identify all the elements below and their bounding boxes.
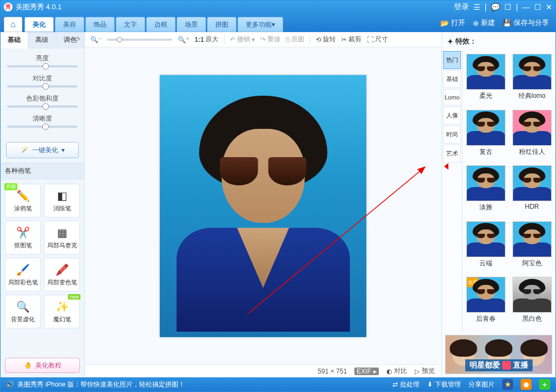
zoom-slider[interactable] bbox=[107, 39, 172, 41]
brush-背景虚化[interactable]: 🔍背景虚化 bbox=[5, 295, 41, 328]
left-tab-color[interactable]: 调色⟳ bbox=[57, 32, 84, 48]
slider-2[interactable] bbox=[7, 105, 78, 108]
tab-more[interactable]: 更多功能 ▾ bbox=[238, 17, 283, 32]
titlebar: 秀 美图秀秀 4.0.1 登录 ☰ | 💬 ☐ | — ☐ ✕ bbox=[1, 1, 555, 14]
add-icon[interactable]: ＋ bbox=[539, 379, 550, 390]
effect-柔光[interactable]: 柔光 bbox=[466, 54, 507, 107]
effect-HDR[interactable]: HDR bbox=[512, 165, 553, 218]
brush-icon: ◧ bbox=[57, 189, 67, 202]
contrast-button[interactable]: ◐对比 bbox=[386, 366, 407, 376]
share-button[interactable]: 分享图片 bbox=[468, 380, 495, 389]
brush-消除笔[interactable]: ◧消除笔 bbox=[44, 184, 80, 217]
brush-魔幻笔[interactable]: new✨魔幻笔 bbox=[44, 295, 80, 328]
close-icon[interactable]: ✕ bbox=[546, 3, 552, 11]
brush-涂鸦笔[interactable]: 升级✏️涂鸦笔 bbox=[5, 184, 41, 217]
login-link[interactable]: 登录 bbox=[454, 2, 469, 12]
canvas-toolbar: 🔍⁻ 🔍⁺ 1:1 原大 ↶撤销▾ ↷重做 ⎙原图 ⟲旋转 ✂裁剪 ⛶尺寸 bbox=[85, 32, 441, 47]
contrast-icon: ◐ bbox=[386, 368, 392, 375]
effect-category-时尚[interactable]: 时尚 bbox=[443, 126, 461, 144]
effect-阿宝色[interactable]: 阿宝色 bbox=[512, 221, 553, 274]
one-key-beautify-button[interactable]: 🪄一键美化▾ bbox=[6, 142, 79, 158]
original-image-button[interactable]: ⎙原图 bbox=[286, 35, 304, 44]
batch-button[interactable]: ⇄批处理 bbox=[392, 380, 420, 389]
effect-category-Lomo[interactable]: Lomo bbox=[443, 89, 461, 105]
effect-粉红佳人[interactable]: 粉红佳人 bbox=[512, 110, 553, 163]
weibo-icon[interactable]: ◉ bbox=[521, 379, 532, 390]
rotate-button[interactable]: ⟲旋转 bbox=[316, 35, 336, 44]
tab-decor[interactable]: 饰品 bbox=[85, 17, 115, 32]
slider-1[interactable] bbox=[7, 85, 78, 88]
effect-category-基础[interactable]: 基础 bbox=[443, 70, 461, 88]
preview-button[interactable]: ▷预览 bbox=[415, 366, 435, 376]
effect-云端[interactable]: 云端 bbox=[466, 221, 507, 274]
tab-collage[interactable]: 拼图 bbox=[207, 17, 236, 32]
effect-category-人像[interactable]: 人像 bbox=[443, 107, 461, 125]
tab-frame[interactable]: 边框 bbox=[146, 17, 176, 32]
effect-label: 阿宝色 bbox=[522, 259, 542, 268]
ad-banner[interactable]: 明星都爱直播 bbox=[445, 335, 552, 374]
maximize-icon[interactable]: ☐ bbox=[534, 3, 541, 11]
center-area: 🔍⁻ 🔍⁺ 1:1 原大 ↶撤销▾ ↷重做 ⎙原图 ⟲旋转 ✂裁剪 ⛶尺寸 bbox=[85, 32, 441, 377]
effect-淡雅[interactable]: 淡雅 bbox=[466, 165, 507, 218]
sep: | bbox=[485, 3, 487, 11]
feedback-icon[interactable]: ☰ bbox=[473, 3, 480, 11]
effect-label: 云端 bbox=[479, 259, 492, 268]
image-icon: ⎙ bbox=[286, 36, 290, 43]
slider-label: 清晰度 bbox=[7, 114, 78, 123]
brush-抠图笔[interactable]: ✂️抠图笔 bbox=[5, 221, 41, 254]
effect-复古[interactable]: 复古 bbox=[466, 110, 507, 163]
brush-icon: ✂️ bbox=[16, 226, 30, 239]
exif-button[interactable]: EXIF▸ bbox=[354, 368, 379, 375]
effect-label: 后青春 bbox=[476, 314, 496, 323]
sound-icon[interactable]: 🔊 bbox=[6, 381, 14, 388]
canvas[interactable] bbox=[85, 47, 441, 364]
save-button[interactable]: 💾保存与分享 bbox=[503, 18, 549, 28]
effect-经典lomo[interactable]: 经典lomo bbox=[512, 54, 553, 107]
effect-label: 淡雅 bbox=[479, 203, 492, 212]
brush-局部马赛克[interactable]: ▦局部马赛克 bbox=[44, 221, 80, 254]
tab-beauty[interactable]: 美容 bbox=[55, 17, 84, 32]
download-manager-button[interactable]: ⬇下载管理 bbox=[427, 380, 461, 389]
slider-0[interactable] bbox=[7, 65, 78, 67]
minimize-icon[interactable]: — bbox=[522, 3, 530, 11]
bottom-bar: 🔊 美图秀秀 iPhone 版：帮你快速美化照片，轻松搞定拼图！ ⇄批处理 ⬇下… bbox=[1, 377, 555, 391]
effect-后青春[interactable]: 会员后青春 bbox=[466, 277, 507, 329]
folder-icon: 📂 bbox=[440, 19, 449, 27]
brush-局部彩色笔[interactable]: 🖌️局部彩色笔 bbox=[5, 258, 41, 291]
effect-黑白色[interactable]: 黑白色 bbox=[512, 277, 553, 329]
zoom-in-icon[interactable]: 🔍⁺ bbox=[178, 36, 189, 43]
comment-icon[interactable]: 💬 bbox=[491, 3, 500, 11]
left-tab-basic[interactable]: 基础 bbox=[1, 32, 28, 48]
rotate-icon: ⟲ bbox=[316, 36, 321, 43]
ratio-button[interactable]: 1:1 原大 bbox=[195, 35, 218, 44]
left-tab-advanced[interactable]: 高级 bbox=[28, 32, 56, 48]
zoom-out-icon[interactable]: 🔍⁻ bbox=[90, 36, 102, 43]
effect-label: HDR bbox=[525, 203, 539, 210]
refresh-icon[interactable]: ⟳ bbox=[75, 35, 80, 43]
brush-icon: ✨ bbox=[55, 300, 69, 313]
qzone-icon[interactable]: ★ bbox=[502, 379, 513, 390]
tab-scene[interactable]: 场景 bbox=[177, 17, 206, 32]
tutorial-button[interactable]: 🤚美化教程 bbox=[5, 358, 80, 373]
effect-category-艺术[interactable]: 艺术 bbox=[443, 145, 461, 163]
crop-button[interactable]: ✂裁剪 bbox=[341, 35, 361, 44]
size-button[interactable]: ⛶尺寸 bbox=[367, 35, 388, 44]
undo-button[interactable]: ↶撤销▾ bbox=[230, 35, 255, 44]
redo-button[interactable]: ↷重做 bbox=[260, 35, 280, 44]
brush-局部变色笔[interactable]: 🖍️局部变色笔 bbox=[44, 258, 80, 291]
open-button[interactable]: 📂打开 bbox=[440, 18, 465, 28]
effect-category-热门[interactable]: 热门 bbox=[443, 51, 461, 69]
tab-text[interactable]: 文字 bbox=[116, 17, 145, 32]
new-button[interactable]: ⊕新建 bbox=[473, 18, 495, 28]
home-button[interactable]: ⌂ bbox=[4, 17, 22, 32]
canvas-statusbar: 591 × 751 EXIF▸ ◐对比 ▷预览 bbox=[85, 364, 441, 377]
right-panel: ✦特效： 热门基础Lomo人像时尚艺术 柔光经典lomo复古粉红佳人淡雅HDR云… bbox=[441, 32, 555, 377]
effect-label: 复古 bbox=[479, 147, 492, 157]
tab-beautify[interactable]: 美化 bbox=[24, 17, 54, 32]
brush-icon: ✏️ bbox=[16, 189, 30, 202]
plus-circle-icon: ⊕ bbox=[473, 19, 479, 27]
download-icon: ⬇ bbox=[427, 381, 433, 388]
slider-3[interactable] bbox=[7, 126, 78, 128]
window-icon[interactable]: ☐ bbox=[504, 3, 511, 11]
sep: | bbox=[516, 3, 518, 11]
